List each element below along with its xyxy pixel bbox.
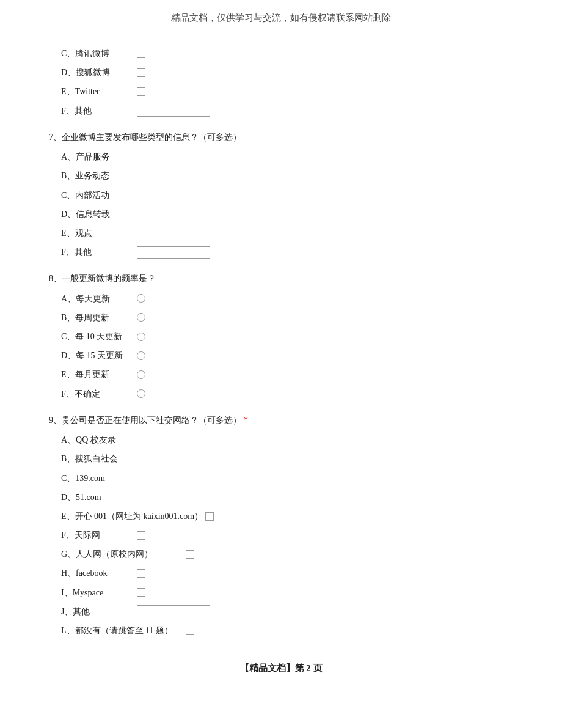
option-row: C、内部活动 [49, 188, 513, 203]
checkbox-info-repost[interactable] [137, 210, 145, 218]
option-row: H、facebook [49, 565, 513, 581]
radio-daily[interactable] [137, 294, 145, 303]
q9-block: 9、贵公司是否正在使用以下社交网络？（可多选）* A、QQ 校友录 B、搜狐白社… [49, 414, 513, 638]
option-row: B、搜狐白社会 [49, 451, 513, 466]
option-label-c: C、内部活动 [61, 188, 134, 203]
option-label-a: A、每天更新 [61, 291, 134, 306]
option-row: A、每天更新 [49, 291, 513, 306]
option-row: B、每周更新 [49, 310, 513, 325]
option-row: D、搜狐微博 [49, 65, 513, 80]
option-row: G、人人网（原校内网） [49, 546, 513, 562]
option-row: B、业务动态 [49, 168, 513, 183]
checkbox-renren[interactable] [186, 550, 194, 559]
checkbox-internal-activities[interactable] [137, 191, 145, 199]
radio-monthly[interactable] [137, 370, 145, 379]
option-row: J、其他 [49, 604, 513, 619]
option-label-b: B、每周更新 [61, 310, 134, 325]
header-banner: 精品文档，仅供学习与交流，如有侵权请联系网站删除 [49, 12, 513, 29]
checkbox-tencent-weibo[interactable] [137, 50, 145, 58]
option-label-d: D、每 15 天更新 [61, 348, 134, 363]
option-row: E、Twitter [49, 84, 513, 99]
other-text-input-q9[interactable] [137, 605, 210, 617]
option-row: C、每 10 天更新 [49, 329, 513, 344]
option-label-f: F、天际网 [61, 528, 134, 543]
option-row: D、信息转载 [49, 207, 513, 222]
checkbox-sohu-weibo[interactable] [137, 68, 145, 77]
radio-10days[interactable] [137, 333, 145, 341]
option-label-c: C、139.com [61, 471, 134, 486]
option-row: E、每月更新 [49, 367, 513, 382]
option-label-f: F、其他 [61, 245, 134, 260]
option-label-f: F、其他 [61, 103, 134, 119]
other-text-input-q7[interactable] [137, 246, 210, 259]
option-row: C、腾讯微博 [49, 46, 513, 61]
option-label-h: H、facebook [61, 565, 134, 581]
option-row: D、每 15 天更新 [49, 348, 513, 363]
q7-title: 7、企业微博主要发布哪些类型的信息？（可多选） [49, 131, 513, 144]
option-row: F、不确定 [49, 386, 513, 402]
checkbox-business-news[interactable] [137, 172, 145, 180]
checkbox-qq-alumni[interactable] [137, 436, 145, 444]
option-label-c: C、每 10 天更新 [61, 329, 134, 344]
option-row: D、51.com [49, 490, 513, 505]
option-row: L、都没有（请跳答至 11 题） [49, 623, 513, 638]
option-row: F、其他 [49, 245, 513, 260]
option-label-d: D、51.com [61, 490, 134, 505]
option-label-b: B、搜狐白社会 [61, 451, 134, 466]
checkbox-myspace[interactable] [137, 588, 145, 597]
q8-block: 8、一般更新微博的频率是？ A、每天更新 B、每周更新 C、每 10 天更新 D… [49, 272, 513, 402]
option-label-j: J、其他 [61, 604, 134, 619]
option-row: A、产品服务 [49, 149, 513, 164]
checkbox-kaixin001[interactable] [205, 512, 214, 521]
option-label-f: F、不确定 [61, 386, 134, 402]
option-label-d: D、搜狐微博 [61, 65, 134, 80]
checkbox-none[interactable] [186, 627, 194, 635]
checkbox-product-service[interactable] [137, 153, 145, 161]
checkbox-facebook[interactable] [137, 569, 145, 578]
checkbox-tianji[interactable] [137, 531, 145, 540]
option-row: A、QQ 校友录 [49, 432, 513, 447]
checkbox-139[interactable] [137, 474, 145, 482]
option-label-e: E、开心 001（网址为 kaixin001.com） [61, 509, 203, 524]
q6-continued-block: C、腾讯微博 D、搜狐微博 E、Twitter F、其他 [49, 46, 513, 119]
option-label-a: A、产品服务 [61, 149, 134, 164]
checkbox-51[interactable] [137, 493, 145, 501]
option-row: C、139.com [49, 471, 513, 486]
option-row: F、其他 [49, 103, 513, 119]
option-row: E、观点 [49, 226, 513, 241]
option-label-a: A、QQ 校友录 [61, 432, 134, 447]
option-label-b: B、业务动态 [61, 168, 134, 183]
radio-uncertain[interactable] [137, 389, 145, 398]
required-star: * [244, 416, 248, 425]
option-label-l: L、都没有（请跳答至 11 题） [61, 623, 183, 638]
checkbox-sohu-baishe[interactable] [137, 455, 145, 463]
checkbox-twitter[interactable] [137, 87, 145, 96]
page-container: 精品文档，仅供学习与交流，如有侵权请联系网站删除 C、腾讯微博 D、搜狐微博 E… [0, 0, 562, 728]
option-label-g: G、人人网（原校内网） [61, 546, 183, 562]
option-label-c: C、腾讯微博 [61, 46, 134, 61]
footer-text: 【精品文档】第 2 页 [49, 656, 513, 674]
q9-title: 9、贵公司是否正在使用以下社交网络？（可多选）* [49, 414, 513, 427]
option-label-e: E、每月更新 [61, 367, 134, 382]
radio-weekly[interactable] [137, 313, 145, 322]
checkbox-viewpoints[interactable] [137, 229, 145, 237]
q8-title: 8、一般更新微博的频率是？ [49, 272, 513, 285]
option-label-e: E、观点 [61, 226, 134, 241]
radio-15days[interactable] [137, 351, 145, 360]
option-label-d: D、信息转载 [61, 207, 134, 222]
option-label-e: E、Twitter [61, 84, 134, 99]
q7-block: 7、企业微博主要发布哪些类型的信息？（可多选） A、产品服务 B、业务动态 C、… [49, 131, 513, 260]
other-text-input-q6[interactable] [137, 105, 210, 117]
option-row: I、Myspace [49, 585, 513, 600]
option-label-i: I、Myspace [61, 585, 134, 600]
option-row: E、开心 001（网址为 kaixin001.com） [49, 509, 513, 524]
option-row: F、天际网 [49, 528, 513, 543]
